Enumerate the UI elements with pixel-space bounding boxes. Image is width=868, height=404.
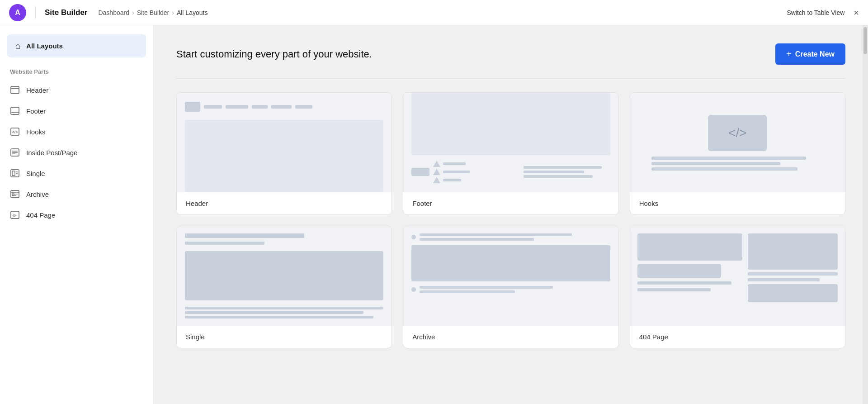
archive-preview-visual <box>403 226 618 326</box>
main-layout: ⌂ All Layouts Website Parts Header Fo <box>0 25 868 404</box>
sidebar-item-hooks[interactable]: </> Hooks <box>0 121 153 142</box>
content-header: Start customizing every part of your web… <box>176 43 845 65</box>
card-hooks-label: Hooks <box>630 192 845 214</box>
404-right-line-1 <box>748 272 838 276</box>
archive-line-2b <box>420 290 515 293</box>
archive-dot-2 <box>411 287 416 292</box>
card-404-preview <box>630 226 845 326</box>
footer-line-2 <box>443 171 470 173</box>
single-text-2 <box>185 311 363 314</box>
hooks-icon: </> <box>10 127 20 137</box>
sidebar-item-header[interactable]: Header <box>0 80 153 100</box>
sidebar-item-hooks-label: Hooks <box>26 128 46 136</box>
archive-line-1b <box>420 238 534 241</box>
footer-line-3 <box>443 179 461 181</box>
breadcrumb-current: All Layouts <box>177 9 208 16</box>
cards-grid: Header <box>176 92 845 348</box>
404-right-line-2 <box>748 278 820 281</box>
preview-header-top <box>185 102 383 112</box>
sidebar-item-inside-post[interactable]: Inside Post/Page <box>0 142 153 163</box>
card-404-label: 404 Page <box>630 326 845 348</box>
sidebar-item-single[interactable]: Single <box>0 163 153 184</box>
archive-line-1a <box>420 233 572 236</box>
sidebar-item-footer-label: Footer <box>26 107 46 115</box>
card-archive-preview <box>403 226 618 326</box>
nav-item-3 <box>252 105 268 109</box>
footer-icon-shape-3 <box>433 177 440 183</box>
preview-logo-block <box>185 102 200 112</box>
content-area: Start customizing every part of your web… <box>154 25 868 404</box>
404-block-right-2 <box>748 284 838 302</box>
card-header-footer: Header <box>177 192 392 214</box>
inside-post-icon <box>10 147 20 157</box>
card-single[interactable]: Single <box>176 226 392 348</box>
archive-image-1 <box>411 245 610 281</box>
footer-icon <box>10 106 20 116</box>
404-left-col <box>637 233 742 291</box>
footer-icon-shape-2 <box>433 169 440 175</box>
single-subtitle-bar <box>185 242 264 245</box>
scrollbar-thumb[interactable] <box>863 27 867 54</box>
svg-text:</>: </> <box>12 130 18 134</box>
sidebar: ⌂ All Layouts Website Parts Header Fo <box>0 25 154 404</box>
footer-right-line-2 <box>524 171 584 173</box>
single-text-3 <box>185 316 373 318</box>
footer-right-line-3 <box>524 175 593 178</box>
404-icon: 404 <box>10 210 20 220</box>
svg-rect-0 <box>11 86 19 94</box>
sidebar-item-404[interactable]: 404 404 Page <box>0 204 153 225</box>
create-new-button[interactable]: + Create New <box>775 43 845 65</box>
card-hooks[interactable]: </> Hooks <box>630 92 845 215</box>
close-button[interactable]: × <box>854 8 859 17</box>
breadcrumb-dashboard[interactable]: Dashboard <box>98 9 129 16</box>
card-archive[interactable]: Archive <box>403 226 618 348</box>
404-block-right <box>748 233 838 270</box>
home-icon: ⌂ <box>15 41 21 51</box>
preview-nav <box>204 105 312 109</box>
content-heading: Start customizing every part of your web… <box>176 48 372 60</box>
breadcrumb-sep-2: › <box>172 9 174 16</box>
all-layouts-label: All Layouts <box>26 42 63 50</box>
card-header[interactable]: Header <box>176 92 392 215</box>
single-image-block <box>185 251 383 300</box>
404-block-2 <box>637 264 721 278</box>
breadcrumb-site-builder[interactable]: Site Builder <box>137 9 170 16</box>
plus-icon: + <box>786 49 792 59</box>
archive-row-2 <box>411 286 610 293</box>
card-archive-label: Archive <box>403 326 618 348</box>
svg-rect-11 <box>12 171 15 176</box>
switch-view-button[interactable]: Switch to Table View <box>787 9 844 16</box>
archive-dot-1 <box>411 235 416 239</box>
404-right-col <box>748 233 838 302</box>
card-single-preview <box>177 226 392 326</box>
footer-right-line-1 <box>524 166 602 169</box>
sidebar-item-footer[interactable]: Footer <box>0 100 153 121</box>
404-line-1 <box>637 281 732 285</box>
sidebar-item-404-label: 404 Page <box>26 211 55 219</box>
scrollbar-track[interactable] <box>863 25 868 404</box>
preview-footer-bottom <box>411 161 610 183</box>
sidebar-item-archive[interactable]: Archive <box>0 184 153 204</box>
sidebar-item-inside-post-label: Inside Post/Page <box>26 149 77 157</box>
svg-rect-2 <box>11 107 19 114</box>
card-404[interactable]: 404 Page <box>630 226 845 348</box>
header-preview-visual <box>177 93 392 192</box>
topbar-divider <box>35 6 36 19</box>
archive-lines-2 <box>420 286 610 293</box>
card-footer[interactable]: Footer <box>403 92 618 215</box>
app-title: Site Builder <box>45 8 87 17</box>
sidebar-section-title: Website Parts <box>0 68 153 75</box>
archive-row-1 <box>411 233 610 241</box>
card-single-label: Single <box>177 326 392 348</box>
hooks-line-3 <box>651 167 797 171</box>
404-block-1 <box>637 233 742 261</box>
footer-btn-1 <box>411 168 429 176</box>
sidebar-item-header-label: Header <box>26 86 48 94</box>
svg-text:404: 404 <box>12 214 18 217</box>
nav-item-2 <box>226 105 248 109</box>
card-footer-label: Footer <box>403 192 618 214</box>
card-hooks-preview: </> <box>630 93 845 192</box>
single-preview-visual <box>177 226 392 326</box>
sidebar-item-all-layouts[interactable]: ⌂ All Layouts <box>7 34 146 57</box>
single-title-bar <box>185 233 304 238</box>
